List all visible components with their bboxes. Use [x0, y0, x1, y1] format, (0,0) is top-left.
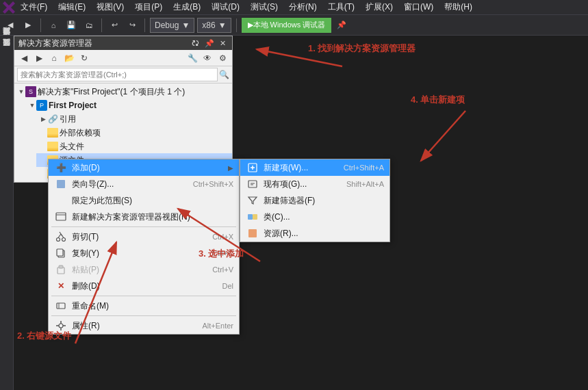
platform-label: x86: [202, 21, 215, 30]
ctx-props-label: 属性(R): [72, 320, 188, 332]
ctx-delete-icon: ✕: [54, 279, 68, 293]
ctx-add-icon: ➕: [54, 161, 68, 174]
sub-resource-label: 资源(R)...: [264, 228, 384, 239]
se-auto-hide-btn[interactable]: 🗘: [190, 39, 201, 48]
ctx-scope[interactable]: 限定为此范围(S): [49, 192, 239, 209]
svg-line-30: [257, 49, 342, 66]
ctx-copy[interactable]: 复制(Y) Ctrl+C: [49, 245, 239, 261]
tree-references[interactable]: ▶ 🔗 引用: [36, 112, 232, 126]
tree-project[interactable]: ▼ P First Project: [25, 99, 232, 112]
menu-project[interactable]: 项目(P): [129, 0, 168, 14]
ctx-new-se-view[interactable]: 新建解决方案资源管理器视图(N): [49, 209, 239, 225]
se-pin-btn[interactable]: 📌: [203, 39, 216, 48]
ctx-add[interactable]: ➕ 添加(D) ▶: [49, 159, 239, 176]
se-tb-settings[interactable]: ⚙: [216, 51, 229, 65]
undo-button[interactable]: ↩: [107, 18, 122, 33]
solution-label: 解决方案"First Project"(1 个项目/共 1 个): [38, 86, 185, 98]
ctx-cut-icon: [54, 230, 68, 244]
sub-class-label: 类(C)...: [264, 211, 384, 223]
se-tb-preview[interactable]: 👁: [201, 51, 214, 65]
toolbar: ◀ ▶ ⌂ 💾 🗂 ↩ ↪ Debug ▼ x86 ▼ ▶ 本地 Windows…: [0, 15, 588, 36]
save-all-button[interactable]: 🗂: [81, 18, 97, 33]
toolbar-sep-4: [236, 18, 237, 32]
ctx-scope-label: 限定为此范围(S): [72, 195, 233, 207]
run-label: 本地 Windows 调试器: [253, 20, 326, 30]
ctx-properties[interactable]: 属性(R) Alt+Enter: [49, 317, 239, 334]
vertical-tab-se[interactable]: 解决方案资源管理器: [0, 36, 13, 47]
menu-view[interactable]: 视图(V): [91, 0, 129, 14]
menu-edit[interactable]: 编辑(E): [53, 0, 91, 14]
home-button[interactable]: ⌂: [46, 18, 61, 33]
annotation-1: 1. 找到解决方案资源管理器: [308, 42, 416, 55]
ctx-copy-icon: [54, 246, 68, 260]
tree-ext-deps[interactable]: 外部依赖项: [36, 126, 232, 140]
ctx-cut[interactable]: 剪切(T) Ctrl+X: [49, 229, 239, 245]
sub-new-item[interactable]: 新建项(W)... Ctrl+Shift+A: [240, 159, 389, 176]
svg-rect-26: [248, 214, 253, 220]
ext-label: 外部依赖项: [60, 127, 101, 139]
svg-rect-12: [59, 265, 63, 268]
sub-existing-icon: [246, 177, 259, 191]
menu-bar: 文件(F) 编辑(E) 视图(V) 项目(P) 生成(B) 调试(D) 测试(S…: [0, 0, 588, 15]
ctx-sep-2: [51, 296, 236, 296]
se-tb-forward[interactable]: ▶: [32, 51, 46, 65]
sub-existing-label: 现有项(G)...: [264, 179, 333, 190]
menu-window[interactable]: 窗口(W): [398, 0, 439, 14]
menu-help[interactable]: 帮助(H): [439, 0, 478, 14]
ctx-sep-3: [51, 315, 236, 316]
toolbar-sep-2: [101, 18, 102, 32]
platform-dropdown[interactable]: x86 ▼: [197, 18, 231, 33]
ctx-delete-shortcut: Del: [222, 282, 233, 290]
config-dropdown[interactable]: Debug ▼: [150, 18, 194, 33]
submenu: 新建项(W)... Ctrl+Shift+A 现有项(G)... Shift+A…: [240, 159, 390, 242]
se-tb-back[interactable]: ◀: [17, 51, 31, 65]
menu-tools[interactable]: 工具(T): [322, 0, 360, 14]
svg-rect-2: [56, 213, 66, 220]
se-tb-properties[interactable]: 🔧: [186, 51, 199, 65]
back-button[interactable]: ◀: [3, 18, 18, 33]
pin-button[interactable]: 📌: [334, 18, 349, 33]
hdr-expand-icon: [39, 142, 47, 151]
redo-button[interactable]: ↪: [125, 18, 140, 33]
sub-resource[interactable]: 资源(R)...: [240, 225, 389, 242]
sub-existing-item[interactable]: 现有项(G)... Shift+Alt+A: [240, 176, 389, 192]
se-tb-home[interactable]: ⌂: [47, 51, 61, 65]
project-label: First Project: [49, 101, 97, 110]
menu-file[interactable]: 文件(F): [15, 0, 53, 14]
svg-rect-28: [248, 229, 257, 237]
menu-debug[interactable]: 调试(D): [206, 0, 245, 14]
tree-solution-root[interactable]: ▼ S 解决方案"First Project"(1 个项目/共 1 个): [14, 85, 232, 99]
vertical-tabs: 解决方案资源管理器 团队资源管理器: [0, 36, 14, 390]
project-icon: P: [36, 100, 47, 111]
annotation-4: 4. 单击新建项: [411, 94, 465, 106]
ctx-paste[interactable]: 粘贴(P) Ctrl+V: [49, 261, 239, 278]
ctx-cut-shortcut: Ctrl+X: [212, 233, 233, 241]
ctx-wizard-shortcut: Ctrl+Shift+X: [193, 180, 233, 188]
se-close-btn[interactable]: ✕: [218, 39, 228, 48]
run-button[interactable]: ▶ 本地 Windows 调试器: [242, 18, 332, 33]
ctx-paste-shortcut: Ctrl+V: [212, 265, 233, 274]
ctx-class-wizard[interactable]: 类向导(Z)... Ctrl+Shift+X: [49, 176, 239, 192]
ctx-rename[interactable]: 重命名(M): [49, 298, 239, 314]
toolbar-sep-3: [144, 18, 145, 32]
se-tb-folder[interactable]: 📂: [62, 51, 76, 65]
tree-headers[interactable]: 头文件: [36, 140, 232, 153]
forward-button[interactable]: ▶: [21, 18, 36, 33]
ctx-wizard-label: 类向导(Z)...: [72, 179, 179, 190]
save-button[interactable]: 💾: [64, 18, 79, 33]
se-tb-refresh[interactable]: ↻: [77, 51, 91, 65]
ctx-cut-label: 剪切(T): [72, 231, 199, 243]
se-search-input[interactable]: [17, 68, 218, 81]
se-titlebar: 解决方案资源管理器 🗘 📌 ✕: [14, 36, 232, 50]
menu-extensions[interactable]: 扩展(X): [360, 0, 398, 14]
menu-analyze[interactable]: 分析(N): [283, 0, 322, 14]
vs-logo: [3, 1, 15, 14]
sub-class[interactable]: 类(C)...: [240, 209, 389, 225]
menu-build[interactable]: 生成(B): [168, 0, 206, 14]
menu-test[interactable]: 测试(S): [245, 0, 283, 14]
ctx-scope-icon: [54, 194, 68, 207]
ctx-delete[interactable]: ✕ 删除(D) Del: [49, 278, 239, 294]
sub-new-filter[interactable]: 新建筛选器(F): [240, 192, 389, 209]
vertical-tab-teamexp[interactable]: 团队资源管理器: [0, 47, 13, 57]
svg-rect-1: [57, 180, 65, 188]
